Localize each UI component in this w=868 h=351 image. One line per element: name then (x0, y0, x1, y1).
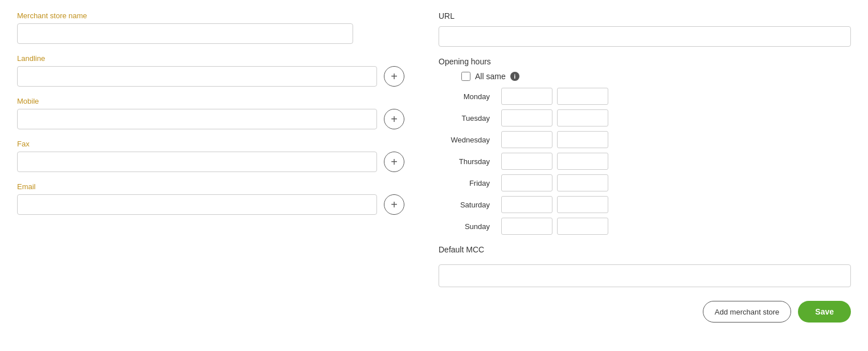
tuesday-open-input[interactable] (501, 109, 552, 126)
tuesday-row: Tuesday (439, 109, 851, 126)
landline-add-icon: + (391, 70, 398, 83)
fax-label: Fax (17, 140, 404, 148)
default-mcc-label: Default MCC (439, 245, 851, 254)
button-row: Add merchant store Save (439, 301, 851, 323)
friday-close-input[interactable] (557, 174, 608, 191)
thursday-close-input[interactable] (557, 153, 608, 170)
mobile-input[interactable] (17, 109, 377, 129)
add-merchant-store-button[interactable]: Add merchant store (703, 301, 791, 323)
wednesday-row: Wednesday (439, 131, 851, 148)
fax-add-button[interactable]: + (384, 152, 404, 172)
saturday-open-input[interactable] (501, 196, 552, 213)
friday-open-input[interactable] (501, 174, 552, 191)
sunday-row: Sunday (439, 218, 851, 235)
landline-label: Landline (17, 54, 404, 63)
email-input[interactable] (17, 194, 377, 215)
fax-add-icon: + (391, 156, 398, 169)
landline-input[interactable] (17, 66, 377, 87)
info-icon: i (510, 72, 519, 81)
email-add-icon: + (391, 198, 398, 211)
monday-close-input[interactable] (557, 88, 608, 105)
fax-group: Fax + (17, 140, 404, 172)
landline-row: + (17, 66, 404, 87)
saturday-label: Saturday (439, 201, 501, 209)
default-mcc-section: Default MCC 0000 (439, 245, 851, 287)
url-input[interactable] (439, 26, 851, 47)
monday-label: Monday (439, 92, 501, 101)
mobile-label: Mobile (17, 97, 404, 105)
friday-label: Friday (439, 179, 501, 187)
merchant-store-name-group: Merchant store name (17, 11, 404, 44)
merchant-store-name-input[interactable] (17, 23, 353, 44)
email-label: Email (17, 182, 404, 191)
sunday-label: Sunday (439, 222, 501, 231)
default-mcc-input[interactable]: 0000 (439, 264, 851, 287)
tuesday-close-input[interactable] (557, 109, 608, 126)
save-button[interactable]: Save (798, 301, 851, 323)
mobile-add-icon: + (391, 113, 398, 126)
wednesday-label: Wednesday (439, 136, 501, 144)
mobile-row: + (17, 109, 404, 129)
wednesday-close-input[interactable] (557, 131, 608, 148)
thursday-label: Thursday (439, 157, 501, 166)
tuesday-label: Tuesday (439, 114, 501, 123)
fax-row: + (17, 152, 404, 172)
saturday-row: Saturday (439, 196, 851, 213)
sunday-close-input[interactable] (557, 218, 608, 235)
merchant-store-name-label: Merchant store name (17, 11, 404, 20)
thursday-row: Thursday (439, 153, 851, 170)
opening-hours-section: Opening hours All same i Monday Tuesday … (439, 57, 851, 235)
all-same-label: All same (475, 72, 506, 81)
monday-open-input[interactable] (501, 88, 552, 105)
landline-group: Landline + (17, 54, 404, 87)
friday-row: Friday (439, 174, 851, 191)
right-column: URL Opening hours All same i Monday Tues… (439, 11, 851, 323)
fax-input[interactable] (17, 152, 377, 172)
mobile-add-button[interactable]: + (384, 109, 404, 129)
opening-hours-label: Opening hours (439, 57, 851, 66)
email-group: Email + (17, 182, 404, 215)
sunday-open-input[interactable] (501, 218, 552, 235)
all-same-row: All same i (461, 72, 851, 81)
url-group: URL (439, 11, 851, 47)
landline-add-button[interactable]: + (384, 66, 404, 87)
left-column: Merchant store name Landline + Mobile + (17, 11, 404, 323)
email-row: + (17, 194, 404, 215)
mobile-group: Mobile + (17, 97, 404, 129)
all-same-checkbox[interactable] (461, 72, 470, 81)
thursday-open-input[interactable] (501, 153, 552, 170)
monday-row: Monday (439, 88, 851, 105)
main-layout: Merchant store name Landline + Mobile + (17, 11, 851, 323)
email-add-button[interactable]: + (384, 194, 404, 215)
wednesday-open-input[interactable] (501, 131, 552, 148)
url-label: URL (439, 11, 851, 21)
saturday-close-input[interactable] (557, 196, 608, 213)
